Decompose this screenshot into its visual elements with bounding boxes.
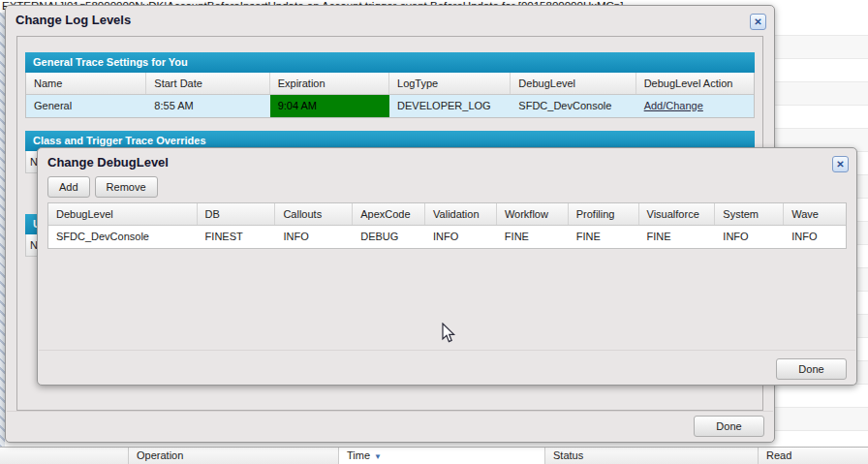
logs-table-header: Operation Time▼ Status Read — [0, 447, 868, 464]
cell-wave: INFO — [784, 226, 846, 248]
footer-divider — [7, 411, 773, 412]
cell-start-date: 8:55 AM — [146, 95, 269, 117]
general-trace-table: Name Start Date Expiration LogType Debug… — [25, 73, 755, 118]
col-workflow: Workflow — [497, 203, 569, 225]
table-row[interactable]: SFDC_DevConsole FINEST INFO DEBUG INFO F… — [48, 226, 846, 248]
debuglevel-table-head: DebugLevel DB Callouts ApexCode Validati… — [48, 203, 846, 226]
logs-col-status[interactable]: Status — [545, 448, 759, 464]
col-apexcode: ApexCode — [353, 203, 425, 225]
cell-debuglevel: SFDC_DevConsole — [511, 95, 636, 117]
col-expiration: Expiration — [270, 73, 389, 94]
debuglevel-table: DebugLevel DB Callouts ApexCode Validati… — [47, 202, 847, 249]
col-debuglevel: DebugLevel — [511, 73, 636, 94]
cell-workflow: FINE — [497, 226, 569, 248]
cell-system: INFO — [715, 226, 784, 248]
col-validation: Validation — [425, 203, 497, 225]
cell-db: FINEST — [198, 226, 276, 248]
cell-profiling: FINE — [569, 226, 639, 248]
cell-name: General — [26, 95, 146, 117]
logs-col-time-label: Time — [347, 449, 370, 461]
general-trace-table-head: Name Start Date Expiration LogType Debug… — [26, 73, 754, 95]
col-wave: Wave — [784, 203, 846, 225]
add-button[interactable]: Add — [47, 176, 90, 198]
col-debuglevel-action: DebugLevel Action — [636, 73, 754, 94]
logs-col-read[interactable]: Read — [759, 448, 868, 464]
table-row[interactable]: General 8:55 AM 9:04 AM DEVELOPER_LOG SF… — [26, 95, 754, 117]
dialog-title: Change Log Levels — [16, 13, 131, 27]
add-change-link[interactable]: Add/Change — [636, 95, 754, 117]
col-db: DB — [198, 203, 276, 225]
col-debuglevel: DebugLevel — [48, 203, 198, 225]
col-system: System — [715, 203, 784, 225]
remove-button[interactable]: Remove — [95, 176, 158, 198]
logs-col-time[interactable]: Time▼ — [339, 448, 545, 464]
cell-validation: INFO — [425, 226, 497, 248]
change-debuglevel-dialog: Change DebugLevel ✕ Add Remove DebugLeve… — [37, 147, 857, 386]
cell-expiration: 9:04 AM — [270, 95, 389, 117]
close-icon[interactable]: ✕ — [832, 156, 849, 172]
general-trace-section-header: General Trace Settings for You — [25, 52, 755, 73]
cell-debuglevel: SFDC_DevConsole — [48, 226, 198, 248]
logs-col-empty — [0, 448, 129, 464]
done-button[interactable]: Done — [694, 416, 764, 437]
dialog-title: Change DebugLevel — [47, 155, 169, 170]
mouse-cursor-icon — [442, 323, 456, 344]
cell-logtype: DEVELOPER_LOG — [389, 95, 511, 117]
debuglevel-toolbar: Add Remove — [47, 176, 158, 198]
cell-callouts: INFO — [275, 226, 353, 248]
col-logtype: LogType — [389, 73, 511, 94]
col-visualforce: Visualforce — [639, 203, 716, 225]
cell-apexcode: DEBUG — [353, 226, 425, 248]
col-profiling: Profiling — [569, 203, 639, 225]
cell-visualforce: FINE — [639, 226, 716, 248]
sort-desc-icon: ▼ — [374, 452, 382, 461]
col-start-date: Start Date — [146, 73, 269, 94]
footer-divider — [39, 350, 855, 351]
close-icon[interactable]: ✕ — [750, 14, 766, 30]
logs-col-operation[interactable]: Operation — [129, 448, 339, 464]
col-callouts: Callouts — [275, 203, 353, 225]
done-button[interactable]: Done — [776, 358, 847, 380]
col-name: Name — [26, 73, 146, 94]
